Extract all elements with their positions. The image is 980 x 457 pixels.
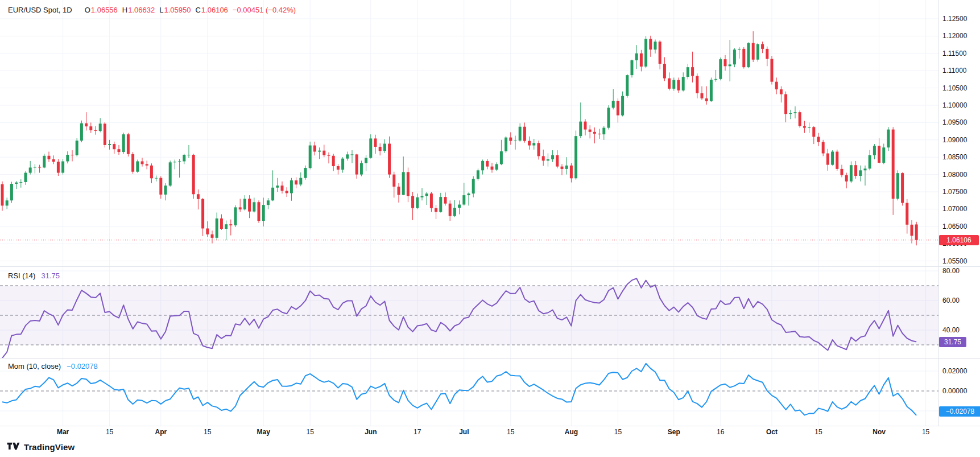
- rsi-label: RSI (14): [8, 271, 35, 280]
- close-label: C: [195, 6, 200, 14]
- time-axis-label: Jul: [459, 428, 469, 436]
- low-value: 1.05950: [164, 6, 191, 14]
- time-axis-label: Jun: [365, 428, 377, 436]
- symbol-title: EUR/USD Spot, 1D: [8, 6, 72, 14]
- rsi-legend[interactable]: RSI (14)31.75: [8, 271, 60, 280]
- high-label: H: [122, 6, 127, 14]
- open-value: 1.06556: [91, 6, 118, 14]
- price-axis-label: 1.07000: [942, 205, 967, 213]
- time-axis-label: 16: [717, 428, 724, 436]
- time-axis-label: 17: [413, 428, 421, 436]
- price-axis-label: 1.05500: [942, 257, 967, 265]
- close-value: 1.06106: [201, 6, 228, 14]
- price-axis-label: 1.11500: [942, 50, 967, 57]
- mom-label: Mom (10, close): [8, 362, 61, 370]
- open-label: O: [85, 6, 90, 14]
- mom-pane[interactable]: [0, 359, 938, 426]
- tradingview-logo-text: TradingView: [24, 442, 75, 452]
- rsi-axis-label: 40.00: [942, 326, 960, 334]
- time-axis-label: 15: [307, 428, 314, 436]
- time-axis-label: Nov: [873, 428, 886, 436]
- price-axis-label: 1.08500: [942, 153, 967, 161]
- tradingview-chart: EUR/USD Spot, 1DO1.06556H1.06632L1.05950…: [0, 0, 980, 457]
- time-axis-label: Sep: [668, 428, 680, 436]
- rsi-last-value-badge: 31.75: [939, 337, 966, 347]
- price-axis-label: 1.06500: [942, 223, 967, 230]
- mom-legend[interactable]: Mom (10, close)−0.02078: [8, 362, 98, 370]
- mom-last-value-badge: −0.02078: [939, 406, 980, 417]
- tradingview-logo[interactable]: TradingView: [7, 442, 75, 452]
- price-axis-label: 1.08000: [942, 171, 967, 179]
- price-axis-label: 1.11000: [942, 67, 967, 75]
- mom-axis-label: 0.02000: [942, 367, 967, 375]
- mom-value: −0.02078: [67, 362, 98, 370]
- time-axis-label: 15: [204, 428, 211, 436]
- price-axis-label: 1.12500: [942, 15, 967, 23]
- low-label: L: [159, 6, 163, 14]
- price-axis-label: 1.09500: [942, 118, 967, 126]
- price-axis-label: 1.09000: [942, 136, 967, 144]
- price-axis-label: 1.10000: [942, 101, 967, 109]
- time-axis-label: 15: [106, 428, 113, 436]
- time-axis-label: 15: [922, 428, 929, 436]
- rsi-pane[interactable]: [0, 267, 938, 358]
- high-value: 1.06632: [128, 6, 155, 14]
- price-axis-label: 1.12000: [942, 32, 967, 40]
- mom-axis-label: 0.00000: [942, 387, 967, 395]
- rsi-axis-label: 60.00: [942, 297, 960, 304]
- time-axis-label: May: [257, 428, 270, 436]
- time-axis-label: Mar: [57, 428, 69, 436]
- price-pane[interactable]: [0, 0, 938, 266]
- time-axis-label: 15: [507, 428, 514, 436]
- symbol-legend[interactable]: EUR/USD Spot, 1DO1.06556H1.06632L1.05950…: [8, 6, 296, 14]
- last-price-badge: 1.06106: [939, 235, 979, 245]
- rsi-value: 31.75: [41, 271, 60, 280]
- time-axis-label: Apr: [155, 428, 167, 436]
- price-axis-label: 1.10500: [942, 84, 967, 92]
- tradingview-logo-icon: [7, 442, 20, 452]
- time-axis-label: 15: [814, 428, 822, 436]
- change-value: −0.00451 (−0.42%): [233, 6, 296, 14]
- time-scale-axis[interactable]: [0, 426, 938, 439]
- time-axis-label: Aug: [565, 428, 578, 436]
- rsi-axis-label: 80.00: [942, 267, 960, 275]
- time-axis-label: 15: [614, 428, 622, 436]
- time-axis-label: Oct: [766, 428, 778, 436]
- price-axis-label: 1.07500: [942, 188, 967, 196]
